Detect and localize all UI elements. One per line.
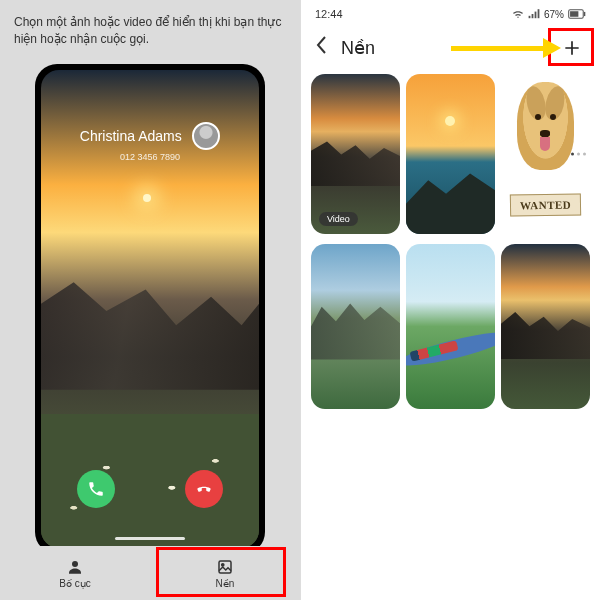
- status-bar: 12:44 67%: [301, 0, 600, 28]
- mountain-graphic: [41, 246, 259, 389]
- tutorial-arrow: [451, 38, 561, 58]
- status-time: 12:44: [315, 8, 343, 20]
- wifi-icon: [512, 9, 524, 19]
- back-button[interactable]: [315, 35, 329, 61]
- video-badge: Video: [319, 212, 358, 226]
- wallpaper-thumb-1[interactable]: Video: [311, 74, 400, 234]
- caller-info: Christina Adams 012 3456 7890: [41, 122, 259, 162]
- instruction-text: Chọn một ảnh hoặc video để hiển thị khi …: [14, 14, 286, 48]
- answer-button[interactable]: [77, 470, 115, 508]
- phone-frame: Christina Adams 012 3456 7890: [35, 64, 265, 554]
- wallpaper-thumb-4[interactable]: [311, 244, 400, 409]
- home-indicator: [115, 537, 185, 540]
- wallpaper-thumb-2[interactable]: [406, 74, 495, 234]
- svg-rect-8: [584, 12, 585, 16]
- highlight-tab-background: [156, 547, 286, 597]
- phone-answer-icon: [87, 480, 105, 498]
- signal-icon: [528, 9, 540, 19]
- svg-rect-4: [532, 14, 534, 18]
- svg-rect-6: [538, 9, 540, 18]
- status-right: 67%: [512, 9, 586, 20]
- person-icon: [66, 558, 84, 576]
- battery-text: 67%: [544, 9, 564, 20]
- chevron-left-icon: [315, 35, 329, 55]
- caller-number: 012 3456 7890: [41, 152, 259, 162]
- wallpaper-thumb-3[interactable]: WANTED: [501, 74, 590, 234]
- sun-graphic: [143, 194, 151, 202]
- decline-button[interactable]: [185, 470, 223, 508]
- pager-dots: [571, 153, 586, 156]
- caller-name: Christina Adams: [80, 128, 182, 144]
- phone-decline-icon: [195, 480, 213, 498]
- caller-avatar-icon: [192, 122, 220, 150]
- call-preview-screen: Christina Adams 012 3456 7890: [41, 70, 259, 548]
- battery-icon: [568, 9, 586, 19]
- call-buttons: [41, 470, 259, 508]
- wallpaper-grid: Video WANTED: [301, 74, 600, 409]
- wallpaper-thumb-5[interactable]: [406, 244, 495, 409]
- svg-rect-5: [535, 12, 537, 19]
- svg-point-0: [72, 561, 78, 567]
- right-panel: 12:44 67% Nền Video: [300, 0, 600, 600]
- dog-graphic: [517, 82, 574, 170]
- tab-layout[interactable]: Bố cục: [0, 546, 150, 600]
- tab-layout-label: Bố cục: [59, 578, 90, 589]
- wallpaper-thumb-6[interactable]: [501, 244, 590, 409]
- svg-rect-9: [570, 11, 578, 17]
- left-panel: Chọn một ảnh hoặc video để hiển thị khi …: [0, 0, 300, 600]
- svg-rect-3: [529, 16, 531, 18]
- dog-sign-text: WANTED: [510, 193, 582, 216]
